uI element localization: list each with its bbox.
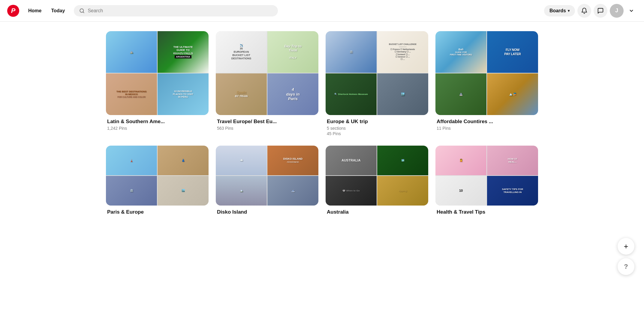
nav-today[interactable]: Today (47, 5, 69, 16)
board-images-latin: ⛰️ THE ULTIMATEGUIDE TOIGUAZU FALLSARGEN… (106, 31, 209, 115)
board-meta-europe: 563 Pins (217, 126, 317, 131)
board-title-latin: Latin & Southern Ame... (107, 119, 207, 125)
nav-home[interactable]: Home (24, 5, 46, 16)
board-img-a4: 🏔️🎏 (487, 73, 538, 115)
board-img-u2: BUCKET LIST CHALLENGE─────☐ France ☐ Net… (377, 31, 428, 73)
expand-button[interactable] (626, 5, 637, 16)
board-img-e4: 4days inParis (267, 73, 318, 115)
main-content: ⛰️ THE ULTIMATEGUIDE TOIGUAZU FALLSARGEN… (82, 22, 562, 228)
board-img-e2: Day Trip toTivoliITALY (267, 31, 318, 73)
board-card-disko[interactable]: ☁️ DISKO ISLAND-Greenland- 🏔️ 🗻 Disko Is… (216, 146, 318, 219)
board-title-australia: Australia (327, 209, 427, 215)
nav: Home Today (24, 5, 69, 16)
board-img-d2: DISKO ISLAND-Greenland- (267, 146, 318, 175)
board-images-europe: ✈️35EUROPEANBUCKET LISTDESTINATIONS Day … (216, 31, 318, 115)
board-img-4: 10 INCREDIBLEPLACES TO VISITIN PERU (158, 73, 209, 115)
board-img-u3: 🔍 Sherlock Holmes Museum (326, 73, 377, 115)
board-title-health: Health & Travel Tips (437, 209, 537, 215)
chevron-down-icon (629, 8, 634, 13)
board-img-u1: 🏛️ (326, 31, 377, 73)
board-img-d1: ☁️ (216, 146, 267, 175)
board-images-uk: 🏛️ BUCKET LIST CHALLENGE─────☐ France ☐ … (326, 31, 428, 115)
board-title-uk: Europe & UK trip (327, 119, 427, 125)
board-card-paris[interactable]: 🗼 👗 🏛️ 🏙️ Paris & Europe (106, 146, 209, 219)
bell-icon (581, 7, 588, 14)
board-card-affordable[interactable]: BaliGUIDE FORFIRST-TIME VISITORS FLY NOW… (435, 31, 538, 138)
board-title-disko: Disko Island (217, 209, 317, 215)
board-img-p2: 👗 (158, 146, 209, 175)
board-info-europe: Travel Europe/ Best Eu... 563 Pins (216, 115, 318, 133)
board-meta-latin: 1,242 Pins (107, 126, 207, 131)
pinterest-logo[interactable]: P (7, 5, 19, 17)
board-img-au4: tipping (377, 176, 428, 206)
board-card-health[interactable]: 💆 HOW STHEAL... 10 SAFETY TIPS FORTRAVEL… (435, 146, 538, 219)
board-img-au3: 🐨 When to Go (326, 176, 377, 206)
header: P Home Today Boards ▾ (0, 0, 644, 22)
board-img-a2: FLY NOWPAY LATER (487, 31, 538, 73)
svg-line-1 (83, 12, 84, 13)
board-img-p3: 🏛️ (106, 176, 157, 206)
board-img-1: ⛰️ (106, 31, 157, 73)
board-info-uk: Europe & UK trip 5 sections 45 Pins (326, 115, 428, 138)
board-title-europe: Travel Europe/ Best Eu... (217, 119, 317, 125)
chevron-down-icon: ▾ (568, 9, 570, 13)
board-img-u4: 🏙️ (377, 73, 428, 115)
board-meta-pins-uk: 45 Pins (327, 131, 427, 136)
board-img-e1: ✈️35EUROPEANBUCKET LISTDESTINATIONS (216, 31, 267, 73)
search-box[interactable] (74, 5, 278, 16)
board-images-disko: ☁️ DISKO ISLAND-Greenland- 🏔️ 🗻 (216, 146, 318, 206)
logo[interactable]: P (7, 5, 19, 17)
board-card-latin[interactable]: ⛰️ THE ULTIMATEGUIDE TOIGUAZU FALLSARGEN… (106, 31, 209, 138)
board-images-australia: AUSTRALIA 🗺️ 🐨 When to Go tipping (326, 146, 428, 206)
board-images-paris: 🗼 👗 🏛️ 🏙️ (106, 146, 209, 206)
boards-grid: ⛰️ THE ULTIMATEGUIDE TOIGUAZU FALLSARGEN… (106, 31, 538, 219)
board-img-d3: 🏔️ (216, 176, 267, 206)
board-meta-affordable: 11 Pins (437, 126, 537, 131)
board-img-a1: BaliGUIDE FORFIRST-TIME VISITORS (435, 31, 486, 73)
board-img-p1: 🗼 (106, 146, 157, 175)
board-img-p4: 🏙️ (158, 176, 209, 206)
header-right: Boards ▾ J (544, 4, 637, 18)
board-info-paris: Paris & Europe (106, 206, 209, 219)
board-card-australia[interactable]: AUSTRALIA 🗺️ 🐨 When to Go tipping Austra… (326, 146, 428, 219)
board-card-europe[interactable]: ✈️35EUROPEANBUCKET LISTDESTINATIONS Day … (216, 31, 318, 138)
avatar-button[interactable]: J (610, 4, 624, 18)
board-info-health: Health & Travel Tips (435, 206, 538, 219)
board-images-affordable: BaliGUIDE FORFIRST-TIME VISITORS FLY NOW… (435, 31, 538, 115)
board-images-health: 💆 HOW STHEAL... 10 SAFETY TIPS FORTRAVEL… (435, 146, 538, 206)
board-img-3: THE BEST DESTINATIONSIN MEXICOFOR CULTUR… (106, 73, 157, 115)
search-input[interactable] (88, 8, 272, 13)
board-info-australia: Australia (326, 206, 428, 219)
board-info-affordable: Affordable Countires ... 11 Pins (435, 115, 538, 133)
board-img-h2: HOW STHEAL... (487, 146, 538, 175)
board-img-au1: AUSTRALIA (326, 146, 377, 175)
board-img-h3: 10 (435, 176, 486, 206)
boards-dropdown-button[interactable]: Boards ▾ (544, 5, 575, 16)
board-meta-sections-uk: 5 sections (327, 126, 427, 131)
board-info-disko: Disko Island (216, 206, 318, 219)
board-img-h4: SAFETY TIPS FORTRAVELLING IN (487, 176, 538, 206)
search-icon (79, 8, 85, 13)
board-img-d4: 🗻 (267, 176, 318, 206)
messages-button[interactable] (594, 4, 607, 18)
board-img-2: THE ULTIMATEGUIDE TOIGUAZU FALLSARGENTIN… (158, 31, 209, 73)
board-info-latin: Latin & Southern Ame... 1,242 Pins (106, 115, 209, 133)
board-title-paris: Paris & Europe (107, 209, 207, 215)
board-img-h1: 💆 (435, 146, 486, 175)
board-img-au2: 🗺️ (377, 146, 428, 175)
chat-icon (597, 7, 604, 14)
board-card-uk[interactable]: 🏛️ BUCKET LIST CHALLENGE─────☐ France ☐ … (326, 31, 428, 138)
board-title-affordable: Affordable Countires ... (437, 119, 537, 125)
search-wrap (74, 5, 278, 16)
notification-button[interactable] (577, 4, 591, 18)
board-img-e3: SpainBY TRAIN (216, 73, 267, 115)
board-img-a3: 🏯 (435, 73, 486, 115)
boards-label: Boards (549, 8, 566, 13)
